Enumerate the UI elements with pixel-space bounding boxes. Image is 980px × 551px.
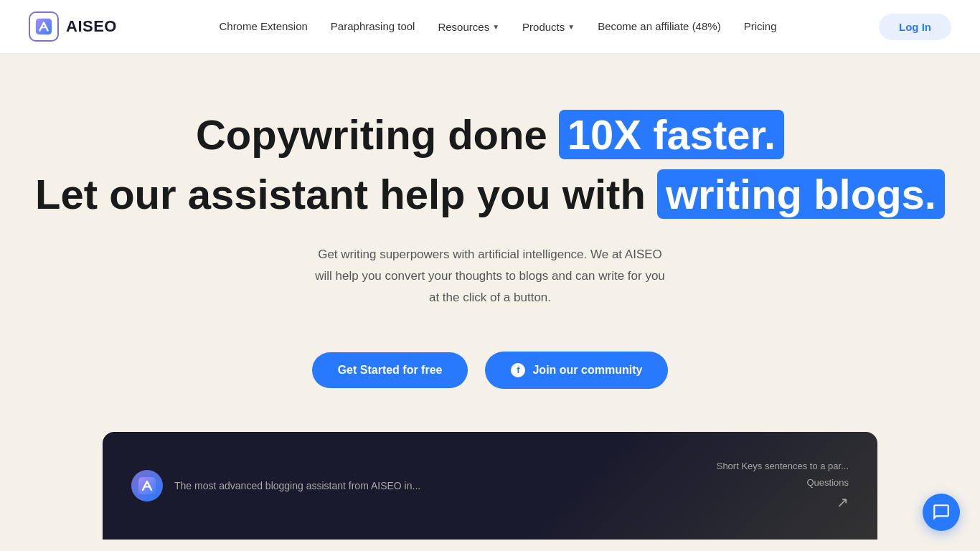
hero-section: Copywriting done 10X faster. Let our ass… <box>0 54 980 551</box>
join-community-button[interactable]: f Join our community <box>485 352 668 389</box>
logo-link[interactable]: AISEO <box>29 11 117 42</box>
login-button[interactable]: Log In <box>879 14 951 40</box>
nav-link-pricing[interactable]: Pricing <box>744 20 777 32</box>
nav-menu: Chrome Extension Paraphrasing tool Resou… <box>219 20 776 33</box>
logo-icon <box>29 11 59 42</box>
chevron-down-icon: ▼ <box>492 23 499 31</box>
facebook-icon: f <box>511 363 525 377</box>
nav-link-affiliate[interactable]: Become an affiliate (48%) <box>598 20 720 32</box>
cta-buttons: Get Started for free f Join our communit… <box>312 352 669 389</box>
nav-item-products[interactable]: Products ▼ <box>522 21 575 33</box>
nav-link-products[interactable]: Products <box>522 21 565 33</box>
hero-description: Get writing superpowers with artificial … <box>311 244 669 308</box>
hero-title-line2: Let our assistant help you with writing … <box>35 171 945 219</box>
nav-item-chrome-extension[interactable]: Chrome Extension <box>219 20 307 33</box>
video-right-text2: Questions <box>806 477 849 488</box>
get-started-button[interactable]: Get Started for free <box>312 352 468 388</box>
hero-highlight-1: 10X faster. <box>559 110 784 159</box>
hero-highlight-2: writing blogs. <box>657 169 945 219</box>
hero-title-line1: Copywriting done 10X faster. <box>196 111 784 159</box>
nav-item-paraphrasing-tool[interactable]: Paraphrasing tool <box>331 20 415 33</box>
chevron-down-icon: ▼ <box>567 23 575 31</box>
svg-rect-1 <box>138 477 156 494</box>
logo-text: AISEO <box>66 17 117 36</box>
hero-title-prefix2: Let our assistant help you with <box>35 171 657 217</box>
nav-link-resources[interactable]: Resources <box>438 21 489 33</box>
video-right-panel: Short Keys sentences to a par... Questio… <box>717 461 849 511</box>
video-right-text1: Short Keys sentences to a par... <box>717 461 849 471</box>
svg-rect-0 <box>36 19 52 34</box>
hero-title-prefix1: Copywriting done <box>196 111 559 158</box>
video-avatar <box>131 470 163 501</box>
share-icon[interactable]: ↗ <box>837 494 849 511</box>
nav-item-resources[interactable]: Resources ▼ <box>438 21 499 33</box>
nav-link-chrome-extension[interactable]: Chrome Extension <box>219 20 307 32</box>
community-button-label: Join our community <box>532 364 642 377</box>
video-preview: The most advanced blogging assistant fro… <box>103 432 877 540</box>
video-inner-left: The most advanced blogging assistant fro… <box>131 470 420 501</box>
video-description-text: The most advanced blogging assistant fro… <box>174 480 420 491</box>
nav-item-pricing[interactable]: Pricing <box>744 20 777 33</box>
chat-widget-button[interactable] <box>923 494 960 531</box>
nav-item-affiliate[interactable]: Become an affiliate (48%) <box>598 20 720 33</box>
navbar: AISEO Chrome Extension Paraphrasing tool… <box>0 0 980 54</box>
nav-link-paraphrasing-tool[interactable]: Paraphrasing tool <box>331 20 415 32</box>
